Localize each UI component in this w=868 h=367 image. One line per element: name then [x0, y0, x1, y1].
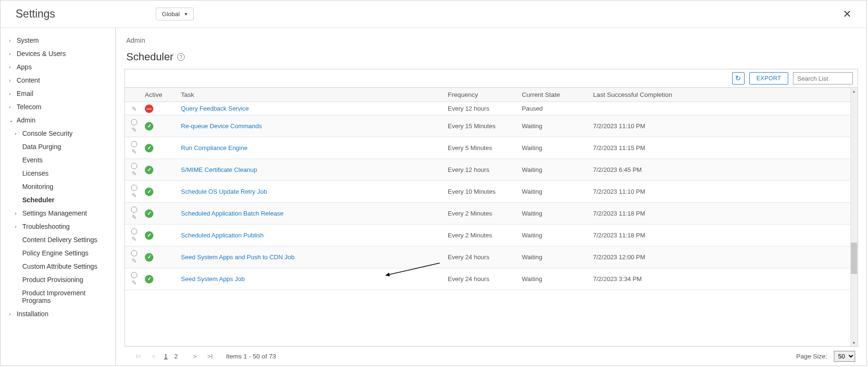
- scope-selector[interactable]: Global ▾: [156, 8, 194, 20]
- edit-icon[interactable]: ✎: [132, 192, 137, 199]
- toolbar: ↻ EXPORT: [124, 69, 858, 88]
- sidebar-item-product-improvement-programs[interactable]: Product Improvement Programs: [0, 286, 115, 307]
- chevron-right-icon: ›: [9, 104, 14, 110]
- row-radio[interactable]: [131, 141, 137, 147]
- edit-icon[interactable]: ✎: [132, 126, 137, 133]
- edit-icon[interactable]: ✎: [132, 170, 137, 177]
- col-header-task[interactable]: Task: [181, 91, 448, 98]
- row-radio[interactable]: [131, 207, 137, 213]
- col-header-frequency[interactable]: Frequency: [448, 91, 522, 98]
- pager-first[interactable]: I<: [134, 352, 143, 361]
- task-link[interactable]: Query Feedback Service: [181, 105, 249, 112]
- sidebar-item-content[interactable]: ›Content: [0, 74, 115, 87]
- sidebar-item-label: Telecom: [17, 103, 41, 111]
- sidebar-item-licenses[interactable]: Licenses: [0, 167, 115, 180]
- col-header-active[interactable]: Active: [143, 91, 181, 98]
- scrollbar[interactable]: ▴ ▾: [850, 88, 858, 346]
- settings-title: Settings: [16, 8, 55, 20]
- check-icon: ✓: [145, 144, 153, 152]
- close-icon[interactable]: ✕: [841, 6, 853, 22]
- edit-icon[interactable]: ✎: [132, 105, 137, 113]
- sidebar-item-custom-attribute-settings[interactable]: Custom Attribute Settings: [0, 260, 115, 273]
- sidebar-item-devices-users[interactable]: ›Devices & Users: [0, 47, 115, 60]
- task-link[interactable]: Re-queue Device Commands: [181, 122, 262, 130]
- pager-prev[interactable]: <: [150, 352, 158, 361]
- cell-frequency: Every 5 Minutes: [448, 144, 522, 151]
- sidebar-item-admin[interactable]: ⌄Admin: [0, 113, 115, 127]
- sidebar-item-console-security[interactable]: ›Console Security: [0, 127, 115, 140]
- sidebar-item-content-delivery-settings[interactable]: Content Delivery Settings: [0, 233, 115, 246]
- cell-completion: 7/2/2023 11:15 PM: [593, 144, 707, 151]
- sidebar-item-telecom[interactable]: ›Telecom: [0, 100, 115, 113]
- chevron-right-icon: ›: [9, 38, 14, 43]
- table-row: ✎✓Run Compliance EngineEvery 5 MinutesWa…: [125, 137, 858, 159]
- sidebar-item-policy-engine-settings[interactable]: Policy Engine Settings: [0, 246, 115, 260]
- sidebar-item-scheduler[interactable]: Scheduler: [0, 193, 115, 207]
- pager-page-2[interactable]: 2: [174, 353, 178, 360]
- pager-last[interactable]: >I: [205, 352, 215, 361]
- sidebar-item-installation[interactable]: ›Installation: [0, 307, 115, 320]
- scroll-thumb[interactable]: [851, 243, 857, 274]
- cell-frequency: Every 15 Minutes: [448, 122, 522, 130]
- scroll-up-icon[interactable]: ▴: [850, 88, 858, 94]
- sidebar-item-data-purging[interactable]: Data Purging: [0, 140, 115, 153]
- sidebar-item-troubleshooting[interactable]: ›Troubleshooting: [0, 220, 115, 233]
- sidebar-item-label: Licenses: [22, 169, 48, 177]
- cell-state: Waiting: [522, 122, 593, 130]
- task-link[interactable]: Scheduled Application Publish: [181, 232, 264, 239]
- refresh-icon: ↻: [735, 74, 741, 83]
- search-input[interactable]: [793, 72, 853, 85]
- sidebar-item-label: Data Purging: [22, 143, 61, 151]
- cell-frequency: Every 24 hours: [448, 254, 522, 261]
- task-link[interactable]: S/MIME Certificate Cleanup: [181, 166, 257, 173]
- row-radio[interactable]: [131, 228, 137, 235]
- row-radio[interactable]: [131, 185, 137, 191]
- sidebar-item-apps[interactable]: ›Apps: [0, 60, 115, 74]
- col-header-completion[interactable]: Last Successful Completion: [593, 91, 707, 98]
- sidebar-item-email[interactable]: ›Email: [0, 87, 115, 100]
- edit-icon[interactable]: ✎: [132, 235, 137, 243]
- chevron-right-icon: ›: [9, 311, 14, 317]
- page-size-select[interactable]: 50: [834, 351, 855, 362]
- help-icon[interactable]: ?: [177, 53, 185, 61]
- breadcrumb: Admin: [126, 37, 858, 44]
- task-link[interactable]: Run Compliance Engine: [181, 144, 247, 151]
- cell-state: Waiting: [522, 144, 593, 151]
- cell-completion: 7/2/2023 12:00 PM: [593, 254, 707, 261]
- cell-state: Waiting: [522, 188, 593, 195]
- row-radio[interactable]: [131, 272, 137, 278]
- edit-icon[interactable]: ✎: [132, 214, 137, 221]
- row-radio[interactable]: [131, 119, 137, 125]
- edit-icon[interactable]: ✎: [132, 257, 137, 264]
- sidebar-item-monitoring[interactable]: Monitoring: [0, 180, 115, 193]
- sidebar-item-settings-management[interactable]: ›Settings Management: [0, 207, 115, 220]
- sidebar-item-label: Email: [17, 90, 33, 97]
- grid: Active Task Frequency Current State Last…: [124, 88, 858, 347]
- pager-summary: Items 1 - 50 of 73: [226, 353, 276, 360]
- col-header-state[interactable]: Current State: [522, 91, 593, 98]
- row-radio[interactable]: [131, 250, 137, 256]
- edit-icon[interactable]: ✎: [132, 148, 137, 155]
- cell-completion: 7/2/2023 11:18 PM: [593, 210, 707, 217]
- sidebar-item-product-provisioning[interactable]: Product Provisioning: [0, 273, 115, 286]
- task-link[interactable]: Schedule OS Update Retry Job: [181, 188, 267, 195]
- cell-completion: 7/2/2023 11:18 PM: [593, 232, 707, 239]
- refresh-button[interactable]: ↻: [732, 72, 745, 85]
- sidebar-item-events[interactable]: Events: [0, 153, 115, 167]
- task-link[interactable]: Scheduled Application Batch Release: [181, 210, 283, 217]
- cell-state: Waiting: [522, 166, 593, 173]
- task-link[interactable]: Seed System Apps and Push to CDN Job: [181, 254, 294, 261]
- pager-next[interactable]: >: [191, 352, 199, 361]
- cell-completion: 7/2/2023 6:45 PM: [593, 166, 707, 173]
- chevron-right-icon: ›: [15, 131, 19, 136]
- sidebar-item-system[interactable]: ›System: [0, 34, 115, 47]
- task-link[interactable]: Seed System Apps Job: [181, 275, 245, 282]
- row-radio[interactable]: [131, 163, 137, 169]
- pager-page-1[interactable]: 1: [164, 353, 168, 360]
- check-icon: ✓: [145, 231, 153, 240]
- grid-body: ✎—Query Feedback ServiceEvery 12 hoursPa…: [125, 102, 858, 346]
- scroll-down-icon[interactable]: ▾: [850, 339, 858, 346]
- chevron-right-icon: ›: [9, 77, 14, 83]
- edit-icon[interactable]: ✎: [132, 279, 137, 286]
- export-button[interactable]: EXPORT: [749, 72, 788, 85]
